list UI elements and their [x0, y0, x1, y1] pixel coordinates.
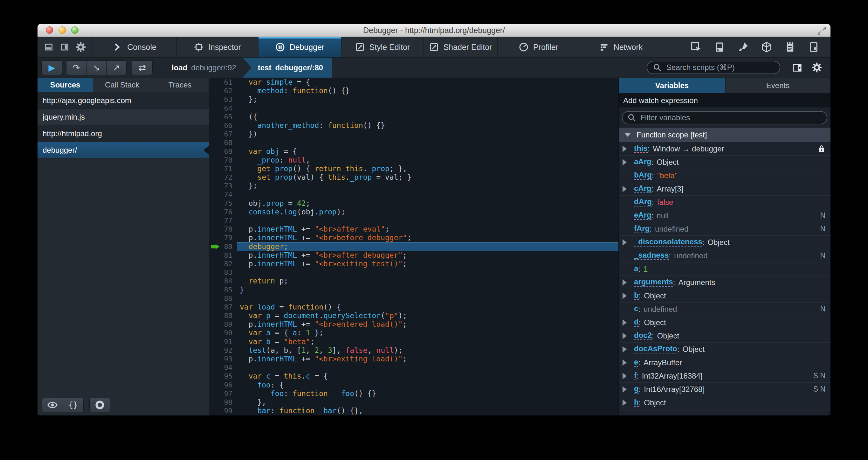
- code-line[interactable]: 91 var b = "beta";: [209, 338, 618, 346]
- code-line-text[interactable]: };: [237, 95, 618, 104]
- code-line-text[interactable]: obj.prop = 42;: [237, 199, 618, 208]
- line-number-gutter[interactable]: 73: [209, 182, 237, 190]
- variable-row[interactable]: e: ArrayBuffer: [619, 356, 831, 369]
- code-line[interactable]: 68: [209, 138, 618, 147]
- tab-console[interactable]: Console: [93, 37, 177, 57]
- line-number-gutter[interactable]: 86: [209, 294, 237, 303]
- code-line-text[interactable]: get prop() { return this._prop; },: [237, 165, 618, 173]
- tab-variables[interactable]: Variables: [619, 78, 725, 93]
- code-line-text[interactable]: p.innerHTML += "<br>after eval";: [237, 225, 618, 233]
- code-line-text[interactable]: debugger;: [237, 242, 618, 251]
- code-line[interactable]: 81 p.innerHTML += "<br>after debugger";: [209, 251, 618, 260]
- line-number-gutter[interactable]: 62: [209, 87, 237, 95]
- code-line-text[interactable]: [237, 363, 618, 372]
- code-line[interactable]: 86: [209, 294, 618, 303]
- line-number-gutter[interactable]: 87: [209, 303, 237, 311]
- variable-row[interactable]: b: Object: [619, 289, 831, 303]
- variable-row[interactable]: docAsProto: Object: [619, 343, 831, 356]
- toggle-panes-icon[interactable]: [792, 62, 803, 73]
- variable-row[interactable]: doc2: Object: [619, 329, 831, 343]
- line-number-gutter[interactable]: 64: [209, 104, 237, 113]
- tab-network[interactable]: Network: [580, 37, 662, 57]
- step-out-button[interactable]: ↗: [106, 60, 127, 75]
- variable-row[interactable]: cArg: Array[3]: [619, 182, 831, 196]
- line-number-gutter[interactable]: 61: [209, 78, 237, 87]
- line-number-gutter[interactable]: 90: [209, 328, 237, 337]
- code-line-text[interactable]: var a = { a: 1 };: [237, 328, 618, 337]
- fullscreen-icon[interactable]: [817, 26, 827, 36]
- code-line[interactable]: 62 method: function() {}: [209, 87, 618, 95]
- filter-variables-input[interactable]: [640, 113, 822, 122]
- line-number-gutter[interactable]: 88: [209, 311, 237, 320]
- breadcrumb-frame-load[interactable]: load debugger/:92: [165, 58, 243, 78]
- line-number-gutter[interactable]: 84: [209, 277, 237, 285]
- code-line-text[interactable]: ({: [237, 113, 618, 121]
- tab-shader-editor[interactable]: Shader Editor: [424, 37, 498, 57]
- code-line[interactable]: 87var load = function() {: [209, 303, 618, 311]
- code-line-text[interactable]: method: function() {}: [237, 87, 618, 95]
- code-line-text[interactable]: }: [237, 286, 618, 294]
- variable-row[interactable]: f: Int32Array[16384]S N: [619, 369, 831, 383]
- tab-sources[interactable]: Sources: [37, 78, 93, 92]
- line-number-gutter[interactable]: 74: [209, 190, 237, 199]
- code-line-text[interactable]: var simple = {: [237, 78, 618, 87]
- code-line[interactable]: 94: [209, 363, 618, 372]
- code-line-text[interactable]: p.innerHTML += "<br>exiting test()";: [237, 260, 618, 268]
- pretty-print-button[interactable]: {}: [63, 398, 84, 412]
- devtools-settings-gear-icon[interactable]: [75, 42, 86, 53]
- line-number-gutter[interactable]: 67: [209, 130, 237, 138]
- code-line[interactable]: 70 _prop: null,: [209, 156, 618, 165]
- code-line[interactable]: 99 bar: function _bar() {},: [209, 407, 618, 415]
- variable-row[interactable]: g: Int16Array[32768]S N: [619, 383, 831, 396]
- search-scripts-input[interactable]: [666, 63, 775, 72]
- code-line-text[interactable]: },: [237, 398, 618, 407]
- step-into-button[interactable]: ↘: [86, 60, 106, 75]
- code-line[interactable]: 98 },: [209, 398, 618, 407]
- line-number-gutter[interactable]: 91: [209, 338, 237, 346]
- variable-row[interactable]: arguments: Arguments: [619, 276, 831, 289]
- toggle-breakpoints-button[interactable]: [89, 398, 110, 412]
- line-number-gutter[interactable]: 71: [209, 165, 237, 173]
- line-number-gutter[interactable]: 70: [209, 156, 237, 165]
- code-line[interactable]: 65 ({: [209, 113, 618, 121]
- line-number-gutter[interactable]: 65: [209, 113, 237, 121]
- code-line[interactable]: 82 p.innerHTML += "<br>exiting test()";: [209, 260, 618, 268]
- code-line-text[interactable]: return p;: [237, 277, 618, 285]
- line-number-gutter[interactable]: 66: [209, 121, 237, 130]
- code-line[interactable]: 66 another_method: function() {}: [209, 121, 618, 130]
- code-line[interactable]: 78 p.innerHTML += "<br>after eval";: [209, 225, 618, 233]
- line-number-gutter[interactable]: 77: [209, 216, 237, 225]
- variable-row[interactable]: eArg: nullN: [619, 209, 831, 222]
- code-line-text[interactable]: _prop: null,: [237, 156, 618, 165]
- source-item[interactable]: jquery.min.js: [37, 109, 209, 125]
- variable-row[interactable]: _disconsolateness: Object: [619, 236, 831, 249]
- line-number-gutter[interactable]: 85: [209, 286, 237, 294]
- code-line-text[interactable]: var p = document.querySelector("p");: [237, 311, 618, 320]
- code-line-text[interactable]: bar: function _bar() {},: [237, 407, 618, 415]
- resume-button[interactable]: ▶: [41, 60, 62, 75]
- code-line[interactable]: 90 var a = { a: 1 };: [209, 328, 618, 337]
- code-line-text[interactable]: p.innerHTML += "<br>before debugger";: [237, 233, 618, 242]
- line-number-gutter[interactable]: 96: [209, 381, 237, 390]
- add-watch-expression[interactable]: Add watch expression: [619, 93, 831, 108]
- line-number-gutter[interactable]: 63: [209, 95, 237, 104]
- variable-row[interactable]: c: undefinedN: [619, 303, 831, 316]
- minimize-button[interactable]: [59, 26, 66, 34]
- line-number-gutter[interactable]: 78: [209, 225, 237, 233]
- code-line-text[interactable]: p.innerHTML += "<br>entered load()";: [237, 320, 618, 328]
- code-line-text[interactable]: foo: {: [237, 381, 618, 390]
- code-line[interactable]: 83: [209, 268, 618, 277]
- variable-row[interactable]: h: Object: [619, 396, 831, 409]
- code-line[interactable]: 76 console.log(obj.prop);: [209, 208, 618, 216]
- code-line-text[interactable]: console.log(obj.prop);: [237, 208, 618, 216]
- trace-button[interactable]: ⇄: [132, 60, 153, 75]
- line-number-gutter[interactable]: 76: [209, 208, 237, 216]
- close-button[interactable]: [46, 26, 53, 34]
- code-line-text[interactable]: p.innerHTML += "<br>exiting load()";: [237, 355, 618, 363]
- code-line-text[interactable]: [237, 190, 618, 199]
- zoom-button[interactable]: [71, 26, 79, 34]
- code-line-text[interactable]: var load = function() {: [237, 303, 618, 311]
- code-line[interactable]: 89 p.innerHTML += "<br>entered load()";: [209, 320, 618, 328]
- split-console-icon[interactable]: [714, 42, 725, 53]
- variable-row[interactable]: dArg: false: [619, 196, 831, 209]
